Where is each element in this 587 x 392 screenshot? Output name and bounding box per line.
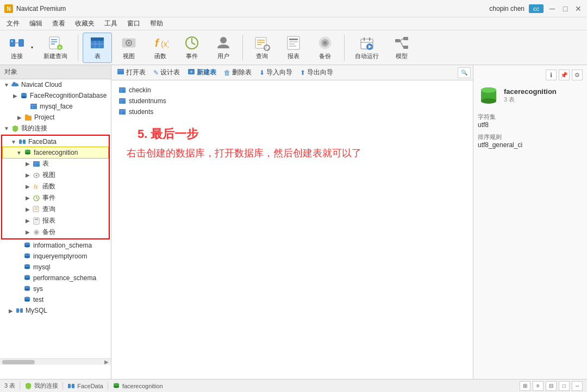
query-folder-toggle[interactable]: ▶: [23, 205, 32, 214]
fit-button[interactable]: ↔: [572, 381, 583, 391]
function-button[interactable]: f (x) 函数: [146, 33, 175, 63]
test-node[interactable]: ▶ test: [0, 294, 111, 305]
sys-node[interactable]: ▶ sys: [0, 283, 111, 294]
grid-view-button[interactable]: ⊞: [520, 381, 530, 391]
model-icon: [393, 35, 410, 51]
svg-text:f: f: [155, 37, 160, 49]
restore-button[interactable]: □: [561, 4, 570, 13]
navicat-cloud-node[interactable]: ▼ Navicat Cloud: [0, 79, 111, 90]
table-folder-toggle[interactable]: ▶: [23, 160, 32, 168]
mysql-connection-node[interactable]: ▶ MySQL: [0, 305, 111, 316]
menu-window[interactable]: 窗口: [123, 18, 145, 29]
pin-icon[interactable]: 📌: [559, 69, 570, 80]
svg-rect-80: [35, 222, 37, 223]
face-recognition-db-node[interactable]: ▶ FaceRecognitionDatabase: [0, 90, 111, 101]
facerecognition-node[interactable]: ▼ facerecognition: [3, 147, 108, 158]
inqueryemptyroom-node[interactable]: ▶ inqueryemptyroom: [0, 251, 111, 262]
view-button[interactable]: 视图: [114, 33, 143, 63]
my-connection-node[interactable]: ▼ 我的连接: [0, 123, 111, 134]
table-row-students[interactable]: students: [116, 106, 469, 117]
table-button[interactable]: 表: [83, 33, 112, 63]
status-db1[interactable]: FaceData: [67, 382, 103, 389]
backup-button[interactable]: 备份: [310, 33, 340, 63]
report-button[interactable]: 报表: [279, 33, 308, 63]
right-panel-icons: ℹ 📌 ⚙: [478, 69, 583, 80]
svg-rect-114: [119, 109, 126, 115]
report-folder-toggle[interactable]: ▶: [23, 217, 32, 225]
mysql-conn-toggle[interactable]: ▶: [7, 306, 15, 315]
status-connection[interactable]: 我的连接: [24, 382, 58, 390]
new-table-button[interactable]: + 新建表: [184, 67, 220, 78]
menu-view[interactable]: 查看: [48, 18, 70, 29]
import-wizard-button[interactable]: ⬇ 导入向导: [256, 67, 296, 78]
search-box[interactable]: 🔍: [458, 67, 471, 78]
svg-rect-33: [289, 39, 298, 40]
large-icon-button[interactable]: □: [559, 381, 570, 391]
project-icon: [24, 113, 33, 122]
menu-favorites[interactable]: 收藏夹: [71, 18, 99, 29]
facedata-node[interactable]: ▼ FaceData: [3, 136, 108, 147]
new-table-icon: +: [188, 68, 195, 77]
report-folder-node[interactable]: ▶ 报表: [3, 215, 108, 226]
detail-view-button[interactable]: ⊟: [546, 381, 557, 391]
facerecognition-toggle[interactable]: ▼: [15, 148, 23, 157]
svg-point-53: [21, 96, 27, 98]
design-table-button[interactable]: ✎ 设计表: [150, 67, 183, 78]
menu-file[interactable]: 文件: [2, 18, 24, 29]
svg-text:(x): (x): [161, 40, 168, 48]
menu-edit[interactable]: 编辑: [25, 18, 47, 29]
connect-button[interactable]: 连接: [4, 33, 29, 63]
mysql-face-node[interactable]: ▶ mysql_face: [0, 101, 111, 112]
connect-dropdown[interactable]: ▾: [29, 33, 35, 63]
statusbar-right-controls: ⊞ ≡ ⊟ □ ↔: [520, 381, 583, 391]
func-folder-label: 函数: [42, 182, 55, 191]
close-button[interactable]: ✕: [574, 4, 583, 13]
project-node[interactable]: ▶ Project: [0, 112, 111, 123]
event-folder-toggle[interactable]: ▶: [23, 194, 32, 203]
navicat-cloud-toggle[interactable]: ▼: [2, 80, 11, 89]
info-icon[interactable]: ℹ: [546, 69, 557, 80]
new-query-label: 新建查询: [43, 52, 67, 60]
func-folder-node[interactable]: ▶ fx 函数: [3, 181, 108, 192]
model-button[interactable]: 模型: [387, 33, 416, 63]
query-button[interactable]: 查询: [247, 33, 277, 63]
minimize-button[interactable]: ─: [548, 4, 557, 13]
user-label: 用户: [217, 52, 229, 60]
status-sep-2: [63, 382, 63, 390]
performance-schema-node[interactable]: ▶ performance_schema: [0, 273, 111, 283]
table-row-checkin[interactable]: checkin: [116, 85, 469, 96]
project-toggle[interactable]: ▶: [15, 113, 24, 122]
svg-point-91: [24, 267, 30, 269]
view-folder-node[interactable]: ▶ 视图: [3, 169, 108, 181]
event-button[interactable]: 事件: [177, 33, 207, 63]
delete-table-button[interactable]: 🗑 删除表: [221, 67, 255, 78]
event-folder-node[interactable]: ▶ 事件: [3, 192, 108, 204]
svg-point-64: [25, 153, 30, 155]
view-folder-toggle[interactable]: ▶: [23, 171, 32, 180]
face-recognition-toggle[interactable]: ▶: [11, 91, 20, 100]
backup-folder-toggle[interactable]: ▶: [23, 228, 32, 237]
list-view-button[interactable]: ≡: [533, 381, 544, 391]
func-folder-toggle[interactable]: ▶: [23, 182, 32, 191]
status-db2[interactable]: facerecognition: [113, 382, 163, 389]
query-folder-node[interactable]: ▶ 查询: [3, 204, 108, 215]
table-row-studentnums[interactable]: studentnums: [116, 96, 469, 106]
menu-tools[interactable]: 工具: [100, 18, 122, 29]
menu-help[interactable]: 帮助: [146, 18, 167, 29]
information-schema-node[interactable]: ▶ information_schema: [0, 240, 111, 251]
mysql-node[interactable]: ▶ mysql: [0, 262, 111, 273]
user-button[interactable]: 用户: [209, 33, 238, 63]
facedata-toggle[interactable]: ▼: [9, 137, 18, 146]
hscroll-thumb[interactable]: [2, 360, 35, 364]
backup-folder-node[interactable]: ▶ 备份: [3, 226, 108, 238]
collation-row: 排序规则 utf8_general_ci: [478, 133, 583, 149]
svg-point-94: [24, 278, 30, 280]
sidebar-hscrollbar[interactable]: ▶: [0, 358, 111, 365]
export-wizard-button[interactable]: ⬆ 导出向导: [297, 67, 336, 78]
schedule-button[interactable]: 自动运行: [349, 33, 385, 63]
table-folder-node[interactable]: ▶ 表: [3, 158, 108, 169]
new-query-button[interactable]: + 新建查询: [38, 33, 73, 63]
open-table-button[interactable]: 打开表: [114, 67, 149, 78]
config-icon[interactable]: ⚙: [572, 69, 583, 80]
my-connection-toggle[interactable]: ▼: [2, 124, 11, 133]
